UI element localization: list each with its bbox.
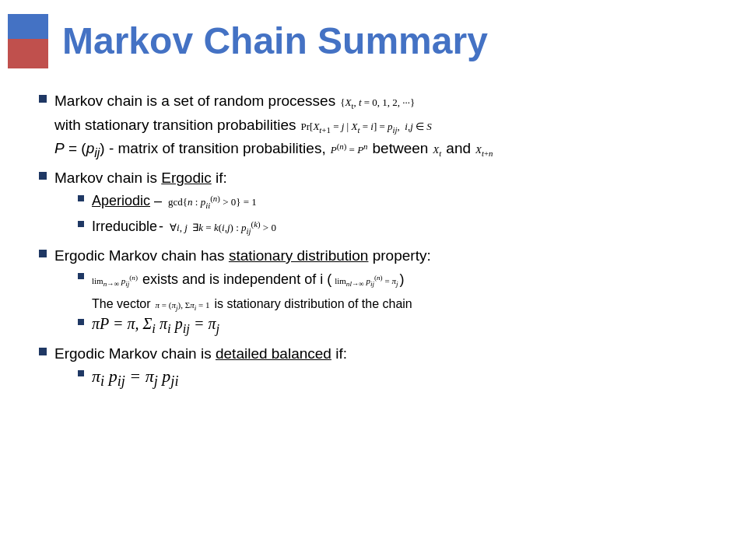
vector-text1: The vector	[92, 295, 151, 313]
bullet-4-row1: Ergodic Markov chain is detailed balance…	[54, 343, 347, 366]
bullet-1-text1: Markov chain is a set of random processe…	[54, 90, 335, 113]
bullet-1-text2: with stationary transition probabilities	[54, 114, 296, 137]
bullet-item-3: Ergodic Markov chain has stationary dist…	[39, 245, 708, 340]
bullet-2-text1: Markov chain is Ergodic if:	[54, 167, 227, 190]
bullet-1-text4: between	[373, 138, 429, 160]
vector-formula: π = (πj), Σπi = 1	[156, 300, 210, 312]
bullet-1-formula1: {Xt, t = 0, 1, 2, ···}	[340, 96, 415, 110]
irreducible-row: Irreducible - ∀i, j ∃k = k(i,j) : pij(k)…	[92, 216, 276, 237]
bullet-1-row2: with stationary transition probabilities…	[54, 114, 493, 137]
sub-bullet-aperiodic: Aperiodic – gcd{n : pii(n) > 0} = 1	[78, 191, 276, 213]
bullet-item-2: Markov chain is Ergodic if: Aperiodic – …	[39, 167, 708, 243]
detailed-balanced-formula: πi pij = πj pji	[92, 366, 178, 390]
exists-text: exists and is independent of i (	[142, 269, 331, 290]
pi-formula-item: πP = π, Σi πi pij = πj	[78, 315, 431, 337]
pi-formula: πP = π, Σi πi pij = πj	[92, 315, 219, 337]
bullet-square-2	[39, 172, 47, 180]
pi-formula-line: πP = π, Σi πi pij = πj	[78, 315, 431, 337]
stationary-underline: stationary distribution	[229, 247, 369, 264]
aperiodic-label: Aperiodic –	[92, 191, 162, 212]
bullet-text-4: Ergodic Markov chain is detailed balance…	[54, 343, 347, 394]
detailed-balanced-underline: detailed balanced	[216, 345, 331, 362]
irreducible-bullet	[78, 221, 84, 227]
bullet-1-text3: P = (pij) - matrix of transition probabi…	[54, 138, 326, 163]
stationary-exists-bullet	[78, 273, 84, 279]
lim-formula-right: limnl→∞ pij(n) = πj	[335, 274, 398, 288]
irreducible-formula: ∀i, j ∃k = k(i,j) : pij(k) > 0	[170, 219, 276, 236]
sub-detailed-balanced: πi pij = πj pji	[78, 366, 347, 390]
slide-title: Markov Chain Summary	[62, 21, 488, 62]
bullet-text-2: Markov chain is Ergodic if: Aperiodic – …	[54, 167, 276, 243]
bullet-item-4: Ergodic Markov chain is detailed balance…	[39, 343, 708, 394]
bullet-square-1	[39, 95, 47, 103]
bullet-4-text1: Ergodic Markov chain is detailed balance…	[54, 343, 347, 366]
aperiodic-item: Aperiodic – gcd{n : pii(n) > 0} = 1	[78, 191, 276, 213]
slide: Markov Chain Summary Markov chain is a s…	[0, 0, 747, 560]
slide-content: Markov chain is a set of random processe…	[0, 76, 747, 404]
bullet-1-formula3: P(n) = Pn	[331, 142, 368, 156]
aperiodic-formula: gcd{n : pii(n) > 0} = 1	[168, 194, 257, 210]
sub-stationary-exists: limn→∞ pij(n) exists and is independent …	[78, 269, 431, 292]
bullet-3-text1: Ergodic Markov chain has stationary dist…	[54, 245, 431, 268]
bullet-square-3	[39, 250, 47, 257]
aperiodic-bullet	[78, 195, 84, 201]
irreducible-dash: -	[159, 216, 163, 237]
accent-red	[8, 39, 48, 68]
bullet-1-row1: Markov chain is a set of random processe…	[54, 90, 493, 113]
slide-header: Markov Chain Summary	[0, 0, 747, 76]
bullet-text-1: Markov chain is a set of random processe…	[54, 90, 493, 164]
sub-bullet-irreducible: Irreducible - ∀i, j ∃k = k(i,j) : pij(k)…	[78, 216, 276, 239]
ergodic-underline: Ergodic	[161, 170, 211, 186]
pi-formula-bullet	[78, 319, 84, 325]
close-paren: )	[399, 269, 404, 290]
aperiodic-row: Aperiodic – gcd{n : pii(n) > 0} = 1	[92, 191, 257, 212]
bullet-1-text5: and	[446, 138, 471, 160]
irreducible-item: Irreducible - ∀i, j ∃k = k(i,j) : pij(k)…	[78, 216, 276, 239]
bullet-square-4	[39, 348, 47, 355]
bullet-1-row3: P = (pij) - matrix of transition probabi…	[54, 138, 493, 163]
accent-decoration	[8, 14, 48, 68]
stationary-exists-row: limn→∞ pij(n) exists and is independent …	[92, 269, 404, 290]
bullet-item-1: Markov chain is a set of random processe…	[39, 90, 708, 164]
bullet-3-row1: Ergodic Markov chain has stationary dist…	[54, 245, 431, 268]
vector-text2: is stationary distribution of the chain	[214, 295, 412, 313]
stationary-exists-item: limn→∞ pij(n) exists and is independent …	[78, 269, 431, 292]
irreducible-label: Irreducible	[92, 216, 157, 237]
bullet-1-formula5: Xt+n	[475, 144, 493, 158]
bullet-2-row1: Markov chain is Ergodic if:	[54, 167, 276, 190]
vector-line: The vector π = (πj), Σπi = 1 is stationa…	[78, 295, 431, 313]
vector-row: The vector π = (πj), Σπi = 1 is stationa…	[92, 295, 431, 313]
detailed-balanced-item: πi pij = πj pji	[78, 366, 347, 390]
bullet-1-formula4: Xt	[433, 144, 441, 158]
bullet-text-3: Ergodic Markov chain has stationary dist…	[54, 245, 431, 340]
lim-formula-left: limn→∞ pij(n)	[92, 274, 138, 288]
detailed-balanced-bullet	[78, 370, 84, 376]
bullet-1-formula2: Pr[Xt+1 = j | Xt = i] = pij, i,j ∈ S	[301, 121, 432, 135]
